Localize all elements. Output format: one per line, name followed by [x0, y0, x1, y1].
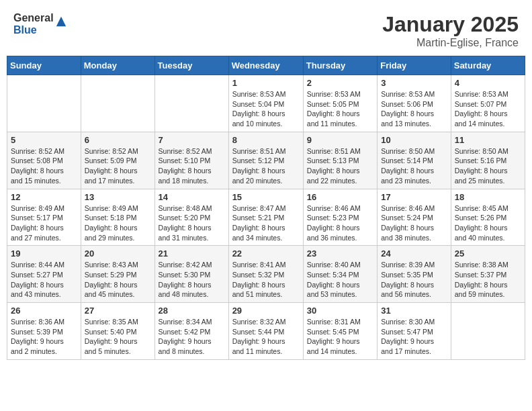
day-info: Sunrise: 8:50 AM Sunset: 5:16 PM Dayligh…	[455, 146, 521, 186]
header: General Blue January 2025 Martin-Eglise,…	[7, 7, 525, 52]
day-number: 13	[85, 192, 151, 202]
day-number: 16	[307, 192, 373, 202]
day-info: Sunrise: 8:53 AM Sunset: 5:07 PM Dayligh…	[455, 89, 521, 129]
calendar-cell: 23Sunrise: 8:40 AM Sunset: 5:34 PM Dayli…	[303, 246, 377, 303]
calendar-week-row: 19Sunrise: 8:44 AM Sunset: 5:27 PM Dayli…	[7, 246, 525, 303]
day-number: 6	[85, 135, 151, 145]
day-number: 31	[381, 306, 447, 316]
calendar-cell: 31Sunrise: 8:30 AM Sunset: 5:47 PM Dayli…	[378, 303, 451, 360]
day-number: 8	[232, 135, 300, 145]
calendar-cell: 14Sunrise: 8:48 AM Sunset: 5:20 PM Dayli…	[154, 189, 228, 246]
day-info: Sunrise: 8:35 AM Sunset: 5:40 PM Dayligh…	[85, 317, 151, 357]
day-number: 9	[307, 135, 373, 145]
day-info: Sunrise: 8:42 AM Sunset: 5:30 PM Dayligh…	[159, 260, 225, 300]
day-info: Sunrise: 8:51 AM Sunset: 5:13 PM Dayligh…	[307, 146, 373, 186]
calendar-cell: 29Sunrise: 8:32 AM Sunset: 5:44 PM Dayli…	[228, 303, 303, 360]
calendar-week-row: 5Sunrise: 8:52 AM Sunset: 5:08 PM Daylig…	[7, 132, 525, 189]
day-number: 11	[455, 135, 521, 145]
svg-marker-0	[56, 16, 65, 26]
calendar-cell: 24Sunrise: 8:39 AM Sunset: 5:35 PM Dayli…	[378, 246, 451, 303]
day-of-week-header: Tuesday	[154, 56, 228, 75]
day-info: Sunrise: 8:51 AM Sunset: 5:12 PM Dayligh…	[232, 146, 300, 186]
day-number: 28	[159, 306, 225, 316]
calendar-cell	[451, 303, 525, 360]
day-info: Sunrise: 8:41 AM Sunset: 5:32 PM Dayligh…	[232, 260, 300, 300]
day-number: 17	[381, 192, 447, 202]
calendar-body: 1Sunrise: 8:53 AM Sunset: 5:04 PM Daylig…	[7, 75, 525, 360]
calendar-cell	[7, 75, 81, 132]
day-number: 27	[85, 306, 151, 316]
day-info: Sunrise: 8:47 AM Sunset: 5:21 PM Dayligh…	[232, 203, 300, 243]
logo-icon	[55, 15, 67, 28]
day-info: Sunrise: 8:40 AM Sunset: 5:34 PM Dayligh…	[307, 260, 373, 300]
day-number: 23	[307, 248, 373, 259]
day-of-week-header: Monday	[81, 56, 154, 75]
day-number: 24	[381, 248, 447, 259]
day-number: 7	[159, 135, 225, 145]
day-of-week-header: Thursday	[303, 56, 377, 75]
day-number: 25	[455, 248, 521, 259]
logo-blue: Blue	[13, 24, 54, 36]
calendar: SundayMondayTuesdayWednesdayThursdayFrid…	[7, 56, 525, 360]
calendar-cell: 21Sunrise: 8:42 AM Sunset: 5:30 PM Dayli…	[154, 246, 228, 303]
calendar-cell: 11Sunrise: 8:50 AM Sunset: 5:16 PM Dayli…	[451, 132, 525, 189]
day-number: 2	[307, 78, 373, 88]
calendar-cell: 10Sunrise: 8:50 AM Sunset: 5:14 PM Dayli…	[378, 132, 451, 189]
day-info: Sunrise: 8:30 AM Sunset: 5:47 PM Dayligh…	[381, 317, 447, 357]
day-number: 14	[159, 192, 225, 202]
day-number: 12	[11, 192, 77, 202]
day-info: Sunrise: 8:44 AM Sunset: 5:27 PM Dayligh…	[11, 260, 77, 300]
location-title: Martin-Eglise, France	[382, 37, 519, 49]
day-info: Sunrise: 8:36 AM Sunset: 5:39 PM Dayligh…	[11, 317, 77, 357]
day-info: Sunrise: 8:32 AM Sunset: 5:44 PM Dayligh…	[232, 317, 300, 357]
day-number: 3	[381, 78, 447, 88]
calendar-cell: 20Sunrise: 8:43 AM Sunset: 5:29 PM Dayli…	[81, 246, 154, 303]
calendar-cell: 6Sunrise: 8:52 AM Sunset: 5:09 PM Daylig…	[81, 132, 154, 189]
day-info: Sunrise: 8:53 AM Sunset: 5:04 PM Dayligh…	[232, 89, 300, 129]
calendar-cell: 12Sunrise: 8:49 AM Sunset: 5:17 PM Dayli…	[7, 189, 81, 246]
calendar-cell: 9Sunrise: 8:51 AM Sunset: 5:13 PM Daylig…	[303, 132, 377, 189]
day-info: Sunrise: 8:52 AM Sunset: 5:08 PM Dayligh…	[11, 146, 77, 186]
calendar-week-row: 1Sunrise: 8:53 AM Sunset: 5:04 PM Daylig…	[7, 75, 525, 132]
day-info: Sunrise: 8:53 AM Sunset: 5:06 PM Dayligh…	[381, 89, 447, 129]
day-info: Sunrise: 8:49 AM Sunset: 5:17 PM Dayligh…	[11, 203, 77, 243]
day-number: 20	[85, 248, 151, 259]
day-number: 29	[232, 306, 300, 316]
day-info: Sunrise: 8:34 AM Sunset: 5:42 PM Dayligh…	[159, 317, 225, 357]
day-number: 5	[11, 135, 77, 145]
day-info: Sunrise: 8:52 AM Sunset: 5:09 PM Dayligh…	[85, 146, 151, 186]
calendar-cell	[81, 75, 154, 132]
calendar-cell: 18Sunrise: 8:45 AM Sunset: 5:26 PM Dayli…	[451, 189, 525, 246]
day-info: Sunrise: 8:38 AM Sunset: 5:37 PM Dayligh…	[455, 260, 521, 300]
day-info: Sunrise: 8:49 AM Sunset: 5:18 PM Dayligh…	[85, 203, 151, 243]
calendar-cell: 27Sunrise: 8:35 AM Sunset: 5:40 PM Dayli…	[81, 303, 154, 360]
day-number: 15	[232, 192, 300, 202]
calendar-cell: 28Sunrise: 8:34 AM Sunset: 5:42 PM Dayli…	[154, 303, 228, 360]
calendar-cell: 7Sunrise: 8:52 AM Sunset: 5:10 PM Daylig…	[154, 132, 228, 189]
day-info: Sunrise: 8:45 AM Sunset: 5:26 PM Dayligh…	[455, 203, 521, 243]
title-section: January 2025 Martin-Eglise, France	[382, 12, 519, 49]
calendar-cell: 22Sunrise: 8:41 AM Sunset: 5:32 PM Dayli…	[228, 246, 303, 303]
calendar-cell: 2Sunrise: 8:53 AM Sunset: 5:05 PM Daylig…	[303, 75, 377, 132]
logo-general: General	[13, 12, 54, 24]
calendar-cell: 15Sunrise: 8:47 AM Sunset: 5:21 PM Dayli…	[228, 189, 303, 246]
day-number: 10	[381, 135, 447, 145]
day-info: Sunrise: 8:48 AM Sunset: 5:20 PM Dayligh…	[159, 203, 225, 243]
calendar-cell: 19Sunrise: 8:44 AM Sunset: 5:27 PM Dayli…	[7, 246, 81, 303]
calendar-cell: 25Sunrise: 8:38 AM Sunset: 5:37 PM Dayli…	[451, 246, 525, 303]
calendar-week-row: 26Sunrise: 8:36 AM Sunset: 5:39 PM Dayli…	[7, 303, 525, 360]
calendar-cell: 30Sunrise: 8:31 AM Sunset: 5:45 PM Dayli…	[303, 303, 377, 360]
day-number: 21	[159, 248, 225, 259]
calendar-cell: 26Sunrise: 8:36 AM Sunset: 5:39 PM Dayli…	[7, 303, 81, 360]
day-info: Sunrise: 8:46 AM Sunset: 5:23 PM Dayligh…	[307, 203, 373, 243]
calendar-header-row: SundayMondayTuesdayWednesdayThursdayFrid…	[7, 56, 525, 75]
calendar-cell: 1Sunrise: 8:53 AM Sunset: 5:04 PM Daylig…	[228, 75, 303, 132]
logo: General Blue	[13, 12, 67, 36]
day-of-week-header: Sunday	[7, 56, 81, 75]
day-number: 19	[11, 248, 77, 259]
day-info: Sunrise: 8:39 AM Sunset: 5:35 PM Dayligh…	[381, 260, 447, 300]
day-info: Sunrise: 8:52 AM Sunset: 5:10 PM Dayligh…	[159, 146, 225, 186]
calendar-cell: 17Sunrise: 8:46 AM Sunset: 5:24 PM Dayli…	[378, 189, 451, 246]
day-info: Sunrise: 8:43 AM Sunset: 5:29 PM Dayligh…	[85, 260, 151, 300]
day-info: Sunrise: 8:53 AM Sunset: 5:05 PM Dayligh…	[307, 89, 373, 129]
